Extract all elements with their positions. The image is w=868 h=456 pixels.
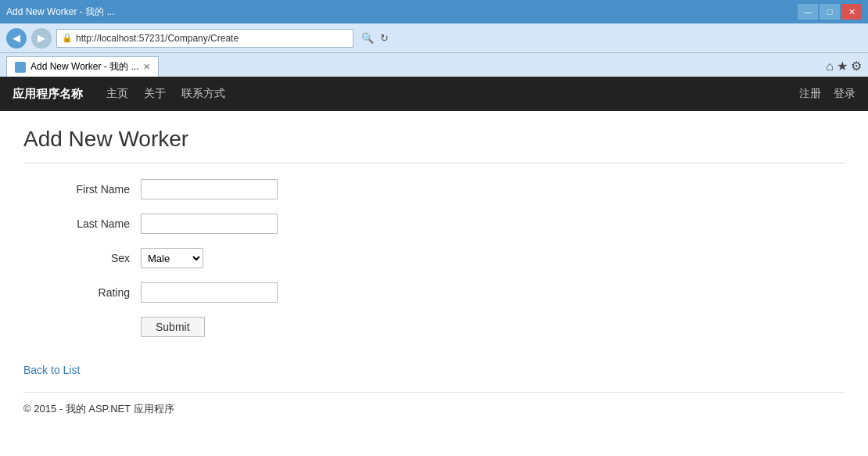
minimize-button[interactable]: — bbox=[798, 4, 818, 20]
refresh-button[interactable]: ↻ bbox=[380, 32, 389, 44]
url-bar[interactable]: 🔒 http://localhost:57231/Company/Create bbox=[56, 29, 353, 48]
address-bar: ◀ ▶ 🔒 http://localhost:57231/Company/Cre… bbox=[0, 23, 868, 53]
star-icon[interactable]: ★ bbox=[837, 59, 848, 74]
back-button[interactable]: ◀ bbox=[6, 28, 27, 48]
first-name-input[interactable] bbox=[141, 179, 278, 199]
submit-button[interactable]: Submit bbox=[141, 317, 205, 337]
title-divider bbox=[23, 163, 845, 163]
submit-row: Submit bbox=[39, 317, 845, 337]
last-name-label: Last Name bbox=[39, 217, 141, 230]
title-bar-text: Add New Worker - 我的 ... bbox=[6, 5, 114, 19]
page-content: Add New Worker First Name Last Name Sex … bbox=[0, 111, 868, 456]
last-name-row: Last Name bbox=[39, 214, 845, 234]
page-title: Add New Worker bbox=[23, 127, 845, 152]
back-to-list-link[interactable]: Back to List bbox=[23, 364, 80, 376]
active-tab[interactable]: Add New Worker - 我的 ... ✕ bbox=[6, 56, 159, 77]
navbar-right: 注册 登录 bbox=[799, 87, 855, 101]
navbar: 应用程序名称 主页 关于 联系方式 注册 登录 bbox=[0, 77, 868, 111]
tab-bar: Add New Worker - 我的 ... ✕ ⌂ ★ ⚙ bbox=[0, 53, 868, 77]
forward-button[interactable]: ▶ bbox=[31, 28, 52, 48]
tab-favicon bbox=[15, 62, 26, 73]
tab-close-button[interactable]: ✕ bbox=[143, 62, 150, 72]
nav-register[interactable]: 注册 bbox=[799, 87, 821, 101]
footer-text: © 2015 - 我的 ASP.NET 应用程序 bbox=[23, 402, 845, 416]
title-bar: Add New Worker - 我的 ... — □ ✕ bbox=[0, 0, 868, 23]
rating-label: Rating bbox=[39, 286, 141, 299]
tab-label: Add New Worker - 我的 ... bbox=[30, 60, 138, 74]
nav-login[interactable]: 登录 bbox=[834, 87, 855, 101]
footer-divider bbox=[23, 392, 845, 393]
rating-row: Rating bbox=[39, 282, 845, 303]
sex-label: Sex bbox=[39, 252, 141, 264]
nav-about[interactable]: 关于 bbox=[144, 87, 166, 101]
nav-home[interactable]: 主页 bbox=[106, 87, 128, 101]
gear-icon[interactable]: ⚙ bbox=[851, 59, 862, 74]
search-icon: 🔍 bbox=[361, 32, 374, 44]
last-name-input[interactable] bbox=[141, 214, 278, 234]
url-icon: 🔒 bbox=[62, 33, 73, 43]
url-text: http://localhost:57231/Company/Create bbox=[76, 33, 239, 44]
close-button[interactable]: ✕ bbox=[841, 4, 862, 20]
sex-row: Sex Male Female bbox=[39, 248, 845, 268]
form-container: First Name Last Name Sex Male Female Rat… bbox=[23, 179, 845, 337]
home-icon[interactable]: ⌂ bbox=[826, 59, 834, 74]
first-name-label: First Name bbox=[39, 183, 141, 196]
first-name-row: First Name bbox=[39, 179, 845, 199]
title-bar-left: Add New Worker - 我的 ... bbox=[6, 5, 114, 19]
sex-select[interactable]: Male Female bbox=[141, 248, 203, 268]
rating-input[interactable] bbox=[141, 282, 278, 303]
nav-contact[interactable]: 联系方式 bbox=[181, 87, 225, 101]
navbar-brand: 应用程序名称 bbox=[13, 87, 83, 102]
window: Add New Worker - 我的 ... — □ ✕ ◀ ▶ 🔒 http… bbox=[0, 0, 868, 456]
browser-tools: ⌂ ★ ⚙ bbox=[826, 59, 868, 77]
title-bar-controls: — □ ✕ bbox=[798, 4, 862, 20]
maximize-button[interactable]: □ bbox=[820, 4, 840, 20]
